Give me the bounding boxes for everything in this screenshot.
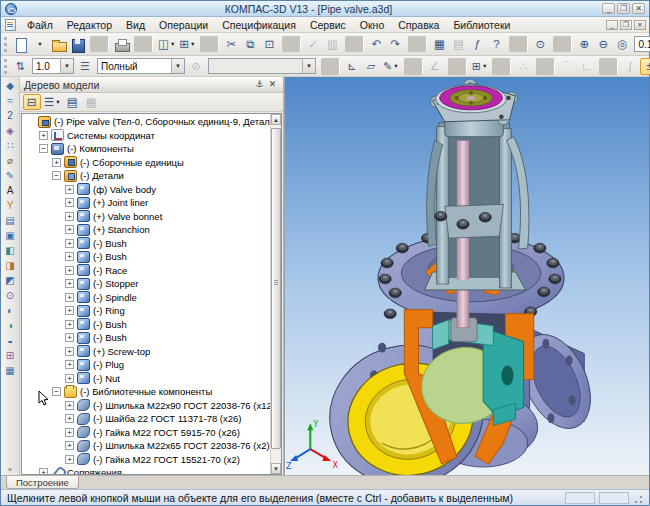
limits-button[interactable]: ▤ [449, 35, 468, 53]
snap-button[interactable]: ∴ [514, 58, 533, 75]
tree-row[interactable]: (ф) Valve body [22, 183, 270, 197]
tree-expander[interactable] [65, 455, 74, 464]
tree-row[interactable]: (+) Joint liner [22, 196, 270, 210]
tree-row[interactable]: (-) Bush [22, 250, 270, 264]
new-from-template-button[interactable]: ⊞▼ [177, 35, 197, 53]
tree-expander[interactable] [65, 414, 74, 423]
step-combo[interactable]: 1.0 ▼ [32, 58, 74, 74]
solid-modeling-icon[interactable]: ◩ [2, 273, 19, 288]
tree-expander[interactable] [65, 347, 74, 356]
menu-item[interactable]: Файл [20, 17, 60, 32]
tree-expander[interactable] [65, 225, 74, 234]
tree-expander[interactable] [65, 279, 74, 288]
close-panel-button[interactable]: ✕ [266, 79, 279, 91]
tree-expander[interactable] [65, 239, 74, 248]
tree-row[interactable]: (-) Race [22, 264, 270, 278]
tree-expander[interactable] [65, 333, 74, 342]
revolve-icon[interactable]: ◐ [2, 303, 19, 318]
tree-expander[interactable] [65, 212, 74, 221]
tree-row[interactable]: (+) Screw-top [22, 345, 270, 359]
tree-row[interactable]: (-) Plug [22, 358, 270, 372]
tree-display-button[interactable]: ☰▼ [42, 94, 63, 110]
library-icon[interactable]: ⊞ [2, 348, 19, 363]
menu-item[interactable]: Редактор [60, 17, 119, 32]
tree-row[interactable]: (-) Spindle [22, 291, 270, 305]
cut-button[interactable]: ✂ [222, 35, 241, 53]
scroll-up-icon[interactable]: ▲ [271, 114, 281, 125]
tree-expander[interactable] [39, 144, 48, 153]
step-dropdown-button[interactable]: ▼ [60, 59, 73, 73]
external-link-button[interactable]: ⊘ [187, 58, 206, 75]
spline-button[interactable]: ✎▼ [381, 58, 401, 75]
filter-icon[interactable]: Y [2, 198, 19, 213]
measure-2d-icon[interactable]: 2 [2, 108, 19, 123]
shell-icon[interactable]: ◒ [2, 333, 19, 348]
tree-extra-button[interactable]: ▦ [83, 94, 101, 110]
specification-icon[interactable]: ▤ [2, 213, 19, 228]
scrollbar-thumb[interactable] [271, 128, 281, 449]
sheet-metal-icon[interactable]: ◧ [2, 243, 19, 258]
tree-expander[interactable] [65, 401, 74, 410]
tree-row[interactable]: (-) Stopper [22, 277, 270, 291]
close-button[interactable]: ✕ [632, 3, 645, 14]
tree-structure-button[interactable]: ⊟ [23, 94, 41, 110]
tree-row[interactable]: (-) Bush [22, 237, 270, 251]
rebuild-button[interactable]: ⇅ [11, 58, 30, 75]
detail-level-button[interactable]: ☰ [76, 58, 95, 75]
mdi-close-button[interactable]: ✕ [634, 20, 646, 30]
surfaces-icon[interactable]: ◈ [2, 123, 19, 138]
toolbar-grip[interactable] [4, 59, 8, 74]
redo-button[interactable]: ↷ [386, 35, 405, 53]
tree-expander[interactable] [65, 185, 74, 194]
extrude-icon[interactable]: ⊙ [2, 288, 19, 303]
annotation-icon[interactable]: ✎ [2, 168, 19, 183]
tree-row[interactable]: Системы координат [22, 129, 270, 143]
copy-properties-button[interactable]: ✓ [304, 35, 323, 53]
undo-button[interactable]: ↶ [367, 35, 386, 53]
context-help-button[interactable]: ? [487, 35, 506, 53]
tree-expander[interactable] [65, 320, 74, 329]
grid-button[interactable]: ⊞▼ [470, 58, 490, 75]
tree-expander[interactable] [52, 171, 61, 180]
menu-item[interactable]: Спецификация [215, 17, 303, 32]
tree-row[interactable]: (-) Pipe valve (Тел-0, Сборочных единиц-… [22, 115, 270, 129]
object-properties-button[interactable]: ▥ [323, 35, 342, 53]
tree-row[interactable]: (-) Гайка М22 ГОСТ 15521-70 (х2) [22, 453, 270, 467]
tree-row[interactable]: (-) Bush [22, 318, 270, 332]
zoom-out-button[interactable]: ⊖ [594, 35, 613, 53]
model-viewport[interactable]: Y X Z [284, 77, 649, 475]
menu-item[interactable]: Справка [391, 17, 446, 32]
tree-row[interactable]: (-) Шпилька М22х65 ГОСТ 22038-76 (х2) [22, 439, 270, 453]
zoom-in-button[interactable]: ⊕ [575, 35, 594, 53]
variables-button[interactable]: ▦ [430, 35, 449, 53]
document-icon[interactable] [5, 19, 16, 31]
tree-row[interactable]: (-) Bush [22, 331, 270, 345]
reports-icon[interactable]: ▣ [2, 228, 19, 243]
tree-expander[interactable] [65, 293, 74, 302]
spatial-curves-icon[interactable]: ≈ [2, 93, 19, 108]
tree-row[interactable]: (-) Шайба 22 ГОСТ 11371-78 (х26) [22, 412, 270, 426]
tree-panel-header[interactable]: Дерево модели ⚓ ✕ [20, 77, 283, 93]
open-document-button[interactable] [49, 36, 68, 52]
mdi-minimize-button[interactable]: _ [606, 20, 618, 30]
tree-row[interactable]: Сопряжения [22, 466, 270, 474]
tree-report-button[interactable]: ▤ [64, 94, 82, 110]
segment-button[interactable]: ∫ [621, 58, 640, 75]
new-document-dropdown[interactable]: ▼ [30, 35, 49, 53]
tree-expander[interactable] [65, 306, 74, 315]
panel-more-icon[interactable]: » [8, 466, 12, 473]
corner-button[interactable]: ∟ [577, 58, 596, 75]
mdi-restore-button[interactable]: ❐ [620, 20, 632, 30]
tree-expander[interactable] [65, 198, 74, 207]
zoom-all-button[interactable]: ◎ [613, 35, 632, 53]
minimize-button[interactable]: _ [602, 3, 615, 14]
pin-panel-button[interactable]: ⚓ [253, 79, 266, 91]
scroll-down-icon[interactable]: ▼ [271, 463, 281, 474]
print-button[interactable] [112, 36, 131, 52]
rounding-button[interactable]: ⌒ [558, 58, 577, 75]
text-icon[interactable]: A [2, 183, 19, 198]
angle-dimension-button[interactable]: ∠ [426, 58, 445, 75]
tree-expander[interactable] [39, 131, 48, 140]
restore-button[interactable]: ❐ [617, 3, 630, 14]
auxiliary-geometry-icon[interactable]: ⌀ [2, 153, 19, 168]
